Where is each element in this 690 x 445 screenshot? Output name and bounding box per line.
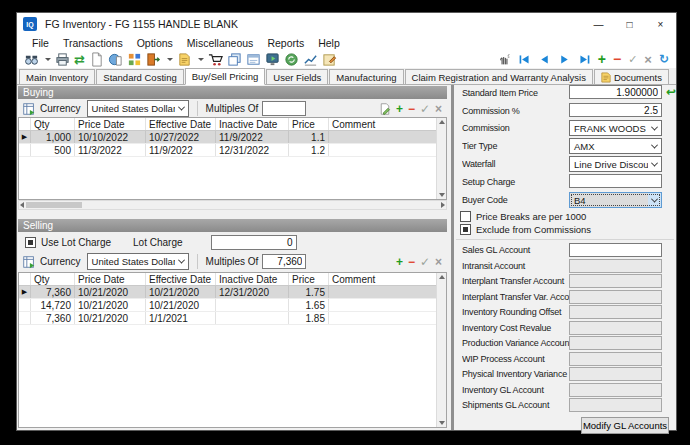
- table-row[interactable]: 14,72010/21/202010/21/20201.65: [19, 299, 436, 312]
- physical-inventory-variance-label: Physical Inventory Variance: [462, 369, 570, 379]
- cancel-icon[interactable]: ×: [435, 256, 442, 268]
- cart-icon[interactable]: [208, 52, 223, 67]
- scroll-up-icon[interactable]: [439, 120, 445, 124]
- copy-window-icon[interactable]: [227, 52, 242, 67]
- menu-reports[interactable]: Reports: [260, 37, 311, 49]
- cell-qty: 7,360: [31, 286, 75, 298]
- chart-icon[interactable]: [303, 52, 318, 67]
- window-title: FG Inventory - FG 1155 HANDLE BLANK: [45, 18, 238, 30]
- web-document-icon[interactable]: [108, 52, 123, 67]
- add-icon[interactable]: +: [598, 53, 606, 66]
- tab-documents[interactable]: Documents: [594, 69, 669, 84]
- price-breaks-are-per-1000-checkbox[interactable]: [460, 211, 471, 222]
- menu-file[interactable]: File: [25, 37, 56, 49]
- setup-charge-input[interactable]: [569, 174, 662, 188]
- cell-price: 1.1: [289, 131, 329, 143]
- row-selector-gutter: [19, 299, 31, 311]
- column-header-qty: Qty: [31, 118, 75, 130]
- recycle-icon[interactable]: [284, 52, 299, 67]
- standard-item-price-input[interactable]: [569, 85, 662, 99]
- pan-hand-icon[interactable]: [498, 53, 511, 66]
- modify-gl-accounts-button[interactable]: Modify GL Accounts: [581, 417, 669, 434]
- revert-icon[interactable]: ↩: [666, 85, 676, 99]
- accept-icon[interactable]: ✓: [420, 256, 430, 268]
- buying-vscrollbar[interactable]: [436, 118, 446, 199]
- form-window-icon[interactable]: [246, 52, 261, 67]
- scroll-down-icon[interactable]: [439, 193, 445, 197]
- remove-icon[interactable]: −: [408, 103, 415, 115]
- cancel-icon[interactable]: ×: [435, 103, 442, 115]
- window-controls: — □ ×: [583, 13, 676, 35]
- selling-currency-select[interactable]: United States Dollar: [87, 253, 189, 270]
- monitor-icon[interactable]: [265, 52, 280, 67]
- commission-input[interactable]: [569, 103, 662, 117]
- lot-charge-input[interactable]: [211, 235, 297, 250]
- currency-icon: [22, 255, 36, 269]
- accept-icon[interactable]: ✓: [628, 53, 637, 66]
- exit-icon[interactable]: [146, 52, 161, 67]
- add-icon[interactable]: +: [396, 103, 403, 115]
- menu-transactions[interactable]: Transactions: [56, 37, 130, 49]
- buying-multiples-input[interactable]: [262, 101, 306, 116]
- buying-currency-select[interactable]: United States Dollar: [87, 100, 189, 117]
- table-row[interactable]: 7,36010/21/20201/1/20211.85: [19, 312, 436, 325]
- menu-options[interactable]: Options: [130, 37, 180, 49]
- table-row[interactable]: ▶1,00010/10/202210/27/202211/9/20221.1: [19, 131, 436, 144]
- sales-gl-account-input[interactable]: [569, 243, 662, 257]
- scroll-up-icon[interactable]: [439, 275, 445, 279]
- nav-prev-icon[interactable]: [538, 53, 551, 66]
- exclude-from-commissions-checkbox[interactable]: [460, 224, 471, 235]
- nav-next-icon[interactable]: [558, 53, 571, 66]
- hscroll-thumb[interactable]: [26, 202, 82, 208]
- menu-miscellaneous[interactable]: Miscellaneous: [180, 37, 261, 49]
- scroll-down-icon[interactable]: [439, 421, 445, 425]
- doc-edit-icon[interactable]: [379, 103, 391, 115]
- remove-icon[interactable]: −: [613, 53, 621, 66]
- divider: [197, 101, 198, 116]
- close-button[interactable]: ×: [645, 13, 676, 35]
- nav-last-icon[interactable]: [578, 53, 591, 66]
- lookup-dropdown-caret-icon[interactable]: [198, 58, 204, 61]
- tier-type-select[interactable]: AMX: [569, 138, 662, 154]
- sync-icon[interactable]: ⇄: [74, 53, 85, 66]
- cancel-icon[interactable]: ×: [644, 53, 652, 66]
- new-document-icon[interactable]: [89, 52, 104, 67]
- add-icon[interactable]: +: [396, 256, 403, 268]
- accept-icon[interactable]: ✓: [420, 103, 430, 115]
- tab-buy-sell-pricing[interactable]: Buy/Sell Pricing: [185, 68, 266, 85]
- waterfall-select[interactable]: Line Drive Discount: [569, 156, 662, 172]
- table-row[interactable]: 50011/3/202211/9/202212/31/20221.2: [19, 144, 436, 157]
- use-lot-charge-checkbox[interactable]: [25, 237, 36, 248]
- tab-claim-registration-and-warranty-analysis[interactable]: Claim Registration and Warranty Analysis: [405, 69, 593, 84]
- tab-main-inventory[interactable]: Main Inventory: [19, 69, 95, 84]
- minimize-button[interactable]: —: [583, 13, 614, 35]
- menu-help[interactable]: Help: [311, 37, 347, 49]
- find-dropdown-caret-icon[interactable]: [45, 58, 51, 61]
- shipments-gl-account-input: [569, 398, 662, 412]
- scroll-right-icon[interactable]: [441, 202, 445, 208]
- tab-standard-costing[interactable]: Standard Costing: [96, 69, 183, 84]
- table-row[interactable]: ▶7,36010/21/202010/21/202012/31/20201.75: [19, 286, 436, 299]
- selling-vscrollbar[interactable]: [436, 273, 446, 427]
- scroll-left-icon[interactable]: [20, 202, 24, 208]
- print-icon[interactable]: [55, 52, 70, 67]
- lookup-icon[interactable]: [177, 52, 192, 67]
- tab-manufacturing[interactable]: Manufacturing: [329, 69, 403, 84]
- inventory-cost-revalue-input: [569, 321, 662, 335]
- tab-label: User Fields: [273, 72, 321, 83]
- buyer-code-select[interactable]: B4: [569, 192, 662, 208]
- exit-dropdown-caret-icon[interactable]: [167, 58, 173, 61]
- tab-label: Documents: [614, 72, 662, 83]
- find-icon[interactable]: [24, 52, 39, 67]
- tab-user-fields[interactable]: User Fields: [266, 69, 328, 84]
- selling-multiples-input[interactable]: [262, 254, 306, 269]
- selling-currency-label: Currency: [40, 256, 81, 267]
- refresh-icon[interactable]: ↻: [659, 53, 669, 66]
- commission-select[interactable]: FRANK WOODS: [569, 120, 662, 136]
- note-icon[interactable]: [322, 52, 337, 67]
- buying-hscrollbar[interactable]: [18, 200, 447, 210]
- remove-icon[interactable]: −: [408, 256, 415, 268]
- nav-first-icon[interactable]: [518, 53, 531, 66]
- maximize-button[interactable]: □: [614, 13, 645, 35]
- products-icon[interactable]: [127, 52, 142, 67]
